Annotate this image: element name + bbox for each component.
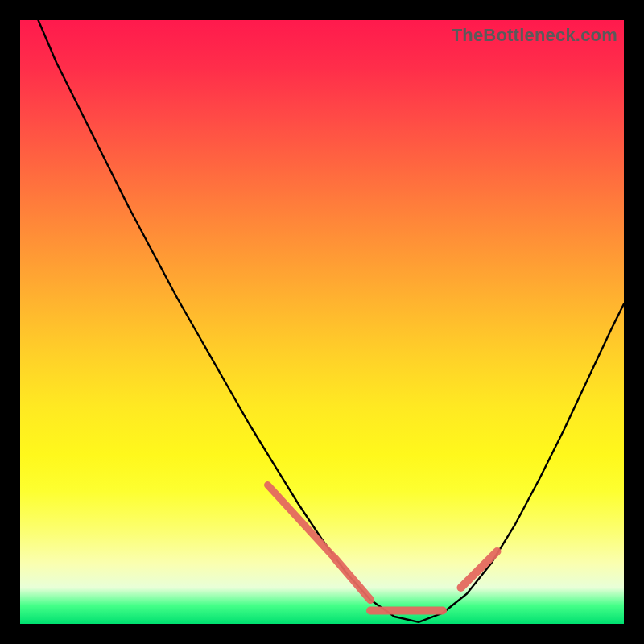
- highlight-segment-1: [334, 558, 370, 601]
- plot-area: TheBottleneck.com: [20, 20, 624, 624]
- bottleneck-curve: [39, 20, 625, 622]
- chart-frame: TheBottleneck.com: [0, 0, 644, 644]
- highlight-segment-0: [268, 485, 335, 558]
- curve-layer: [20, 20, 624, 624]
- highlight-segment-3: [461, 551, 497, 588]
